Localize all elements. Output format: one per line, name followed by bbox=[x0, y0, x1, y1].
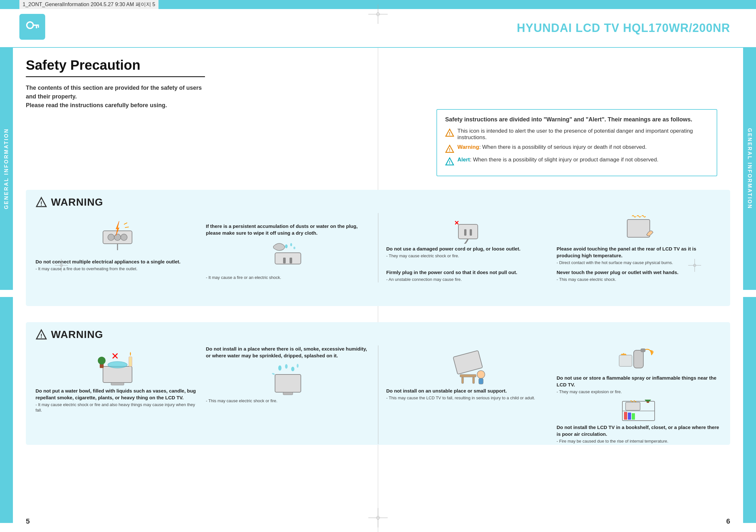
warning2-item2-title: Do not install in a place where there is… bbox=[206, 345, 370, 359]
warning2-item2-sub: - This may cause electric shock or fire. bbox=[206, 398, 370, 404]
safety-row-3: ! Alert: When there is a possibility of … bbox=[445, 157, 709, 166]
svg-rect-62 bbox=[626, 402, 640, 410]
alert-suffix: : When there is a possibility of slight … bbox=[470, 157, 659, 163]
section-title: Safety Precaution bbox=[26, 58, 205, 77]
warning1-item2: If there is a persistent accumulation of… bbox=[206, 213, 370, 282]
warning1-item4-title: Please avoid touching the panel at the r… bbox=[556, 245, 720, 259]
warning-triangle-icon-2: ! bbox=[445, 144, 454, 153]
svg-rect-25 bbox=[289, 258, 292, 263]
hot-panel-svg bbox=[619, 215, 658, 244]
svg-rect-23 bbox=[275, 253, 301, 264]
warning-header-text-1: WARNING bbox=[51, 196, 103, 208]
warning2-grid: Do not put a water bowl, filled with liq… bbox=[36, 345, 720, 444]
page-num-right: 6 bbox=[726, 517, 730, 525]
warning2-right: Do not install on an unstable place or s… bbox=[386, 345, 721, 444]
right-sidebar-bottom bbox=[743, 297, 756, 523]
crosshair-bottom bbox=[368, 508, 388, 527]
svg-rect-46 bbox=[283, 392, 293, 395]
warning2-item5-sub: - Fire may be caused due to the rise of … bbox=[556, 439, 720, 444]
svg-text:!: ! bbox=[449, 160, 451, 165]
warning1-illus4 bbox=[556, 213, 720, 245]
warning1-item2-sub: - It may cause a fire or an electric sho… bbox=[206, 275, 281, 280]
warning2-illus5 bbox=[556, 398, 720, 424]
warning2-item2: Do not install in a place where there is… bbox=[206, 345, 370, 444]
svg-rect-63 bbox=[624, 412, 627, 420]
warning1-left: Do not connect multiple electrical appli… bbox=[36, 213, 370, 282]
flammable-svg bbox=[617, 347, 660, 373]
warning2-divider bbox=[378, 345, 378, 444]
left-sidebar-label: GENERAL INFORMATION bbox=[4, 128, 9, 209]
svg-point-17 bbox=[114, 234, 121, 241]
safety-row-3-text: Alert: When there is a possibility of sl… bbox=[457, 157, 659, 163]
svg-text:!: ! bbox=[449, 147, 451, 152]
intro-text: The contents of this section are provide… bbox=[26, 84, 213, 110]
warning2-illus1 bbox=[36, 345, 200, 387]
warning-header-icon-1: ! bbox=[36, 197, 47, 208]
warning2-illus2 bbox=[206, 361, 370, 397]
warning2-item3-title: Do not install on an unstable place or s… bbox=[386, 387, 551, 394]
intro-line2: Please read the instructions carefully b… bbox=[26, 102, 167, 108]
svg-rect-53 bbox=[462, 377, 464, 384]
svg-rect-38 bbox=[111, 383, 124, 385]
warning-header-icon-2: ! bbox=[36, 329, 47, 341]
right-sidebar: GENERAL INFORMATION bbox=[743, 48, 756, 290]
warning1-item4: Please avoid touching the panel at the r… bbox=[556, 213, 720, 266]
warning1-item5-sub: - An unstable connection may cause fire. bbox=[386, 277, 551, 282]
svg-rect-56 bbox=[479, 378, 483, 384]
svg-rect-54 bbox=[472, 377, 474, 384]
svg-rect-57 bbox=[634, 350, 643, 368]
intro-line1: The contents of this section are provide… bbox=[26, 85, 202, 100]
crosshair-left bbox=[55, 259, 68, 273]
svg-rect-58 bbox=[641, 349, 645, 352]
safety-info-box: Safety instructions are divided into "Wa… bbox=[436, 109, 717, 176]
plug-wipe-svg bbox=[269, 240, 307, 269]
main-content: Safety Precaution The contents of this s… bbox=[13, 48, 743, 532]
safety-row-1: ! This icon is intended to alert the use… bbox=[445, 128, 709, 141]
svg-point-49 bbox=[291, 367, 294, 371]
left-sidebar: GENERAL INFORMATION bbox=[0, 48, 13, 290]
svg-text:!: ! bbox=[449, 131, 451, 136]
svg-rect-51 bbox=[453, 351, 483, 374]
svg-point-39 bbox=[108, 361, 127, 368]
left-sidebar-bottom bbox=[0, 297, 13, 523]
humidity-svg bbox=[267, 363, 309, 395]
warning1-illus2 bbox=[206, 238, 370, 271]
warning1-right-top: Do not use a damaged power cord or plug,… bbox=[386, 213, 721, 266]
warning1-item5: Firmly plug in the power cord so that it… bbox=[386, 269, 551, 282]
warning-section-2: ! WARNING bbox=[26, 322, 730, 445]
warning2-item4-title: Do not use or store a flammable spray or… bbox=[556, 374, 720, 388]
warning-triangle-icon-1: ! bbox=[445, 128, 454, 137]
warning-triangle-icon-3: ! bbox=[445, 157, 454, 166]
key-icon bbox=[19, 14, 45, 40]
brand-text: HYUNDAI LCD TV bbox=[517, 21, 623, 35]
warning1-item6-sub: - This may cause electric shock. bbox=[556, 277, 720, 282]
warning2-item1-title: Do not put a water bowl, filled with liq… bbox=[36, 387, 200, 401]
safety-info-title: Safety instructions are divided into "Wa… bbox=[445, 116, 709, 123]
bookshelf-svg bbox=[619, 400, 658, 422]
file-info-text: 1_2ONT_GeneralInformation 2004.5.27 9:30… bbox=[23, 1, 155, 8]
warning2-left: Do not put a water bowl, filled with liq… bbox=[36, 345, 370, 444]
warning-section-1: ! WARNING bbox=[26, 190, 730, 306]
warning1-right: Do not use a damaged power cord or plug,… bbox=[386, 213, 721, 282]
svg-rect-1 bbox=[33, 25, 39, 26]
warning1-illus3 bbox=[386, 213, 551, 245]
warning2-item4: Do not use or store a flammable spray or… bbox=[556, 345, 720, 395]
warning1-item2-title: If there is a persistent accumulation of… bbox=[206, 223, 370, 236]
warning-suffix: : When there is a possibility of serious… bbox=[479, 144, 647, 150]
svg-text:!: ! bbox=[40, 333, 42, 339]
warning2-item1-sub: - It may cause electric shock or fire an… bbox=[36, 402, 200, 413]
svg-line-21 bbox=[124, 223, 127, 225]
svg-rect-65 bbox=[632, 413, 635, 420]
warning-label: Warning bbox=[457, 144, 479, 150]
svg-rect-24 bbox=[283, 258, 286, 263]
svg-point-16 bbox=[108, 234, 114, 241]
svg-rect-40 bbox=[129, 357, 132, 366]
svg-rect-29 bbox=[458, 225, 478, 239]
page-num-left: 5 bbox=[26, 517, 30, 525]
svg-line-22 bbox=[125, 227, 129, 227]
svg-point-26 bbox=[285, 244, 287, 248]
svg-rect-59 bbox=[619, 355, 632, 366]
warning2-illus4 bbox=[556, 345, 720, 374]
warning1-grid: Do not connect multiple electrical appli… bbox=[36, 213, 720, 282]
crosshair-top bbox=[368, 5, 388, 24]
